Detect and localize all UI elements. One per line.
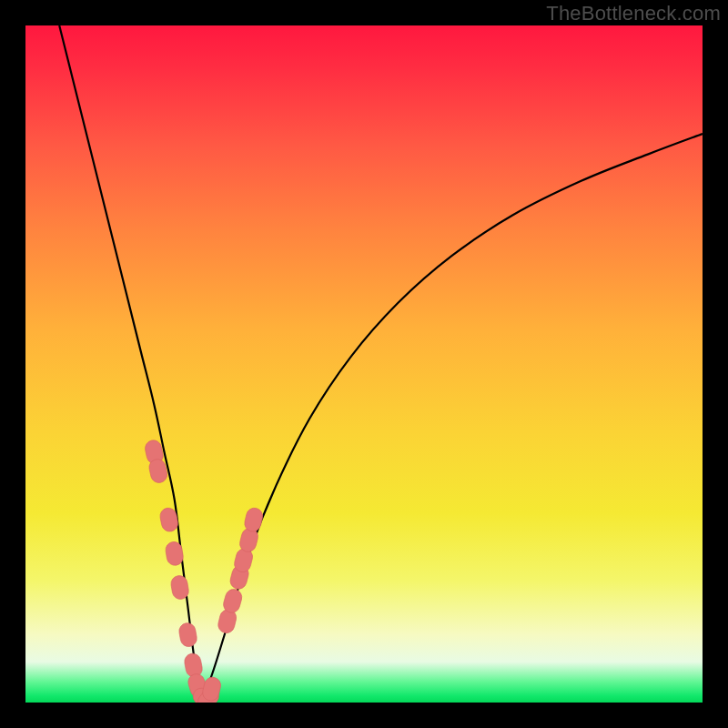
- curve-marker: [165, 541, 185, 567]
- curve-layer: [25, 25, 703, 703]
- bottleneck-curve-path: [59, 25, 703, 700]
- watermark-text: TheBottleneck.com: [546, 2, 721, 25]
- curve-marker: [177, 622, 197, 648]
- marker-group: [144, 439, 265, 703]
- chart-frame: TheBottleneck.com: [0, 0, 728, 728]
- plot-area: [25, 25, 703, 703]
